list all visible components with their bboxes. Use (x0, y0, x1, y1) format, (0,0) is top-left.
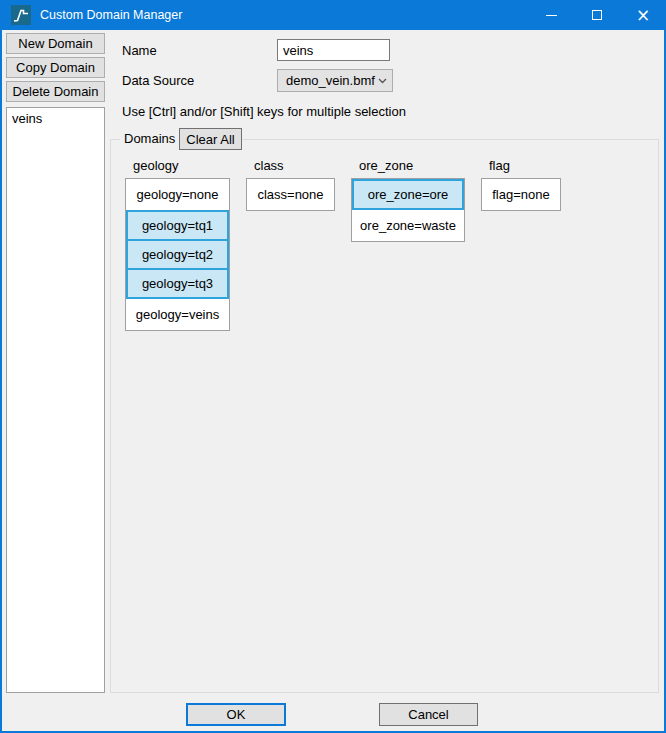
dialog-footer: OK Cancel (2, 693, 664, 731)
list-item[interactable]: flag=none (482, 179, 560, 210)
column-flag: flag flag=none (481, 158, 561, 331)
minimize-icon (546, 15, 557, 16)
list-item[interactable]: ore_zone=ore (352, 179, 464, 210)
column-geology: geology geology=none geology=tq1 geology… (125, 158, 230, 331)
minimize-button[interactable] (528, 0, 574, 30)
list-item[interactable]: geology=veins (126, 299, 229, 330)
name-row: Name (110, 39, 659, 61)
window-title: Custom Domain Manager (40, 8, 182, 22)
data-source-row: Data Source demo_vein.bmf (110, 69, 659, 91)
domains-group-header: Domains Clear All (120, 128, 242, 150)
ore-zone-value-list[interactable]: ore_zone=ore ore_zone=waste (351, 178, 465, 242)
window-controls: × (528, 0, 666, 30)
ok-button[interactable]: OK (186, 703, 286, 726)
dialog-body: New Domain Copy Domain Delete Domain vei… (2, 30, 664, 693)
main-panel: Name Data Source demo_vein.bmf Use [Ctrl… (106, 30, 664, 693)
domain-list[interactable]: veins (6, 107, 105, 693)
domain-columns: geology geology=none geology=tq1 geology… (111, 140, 658, 331)
column-ore-zone: ore_zone ore_zone=ore ore_zone=waste (351, 158, 465, 331)
copy-domain-button[interactable]: Copy Domain (6, 57, 105, 78)
column-class: class class=none (246, 158, 335, 331)
list-item[interactable]: geology=tq1 (126, 210, 229, 241)
close-icon: × (636, 7, 650, 24)
column-header-flag: flag (481, 158, 561, 173)
list-item[interactable]: geology=none (126, 179, 229, 210)
class-value-list[interactable]: class=none (246, 178, 335, 211)
app-polyline-icon (11, 5, 31, 25)
cancel-button[interactable]: Cancel (379, 703, 478, 726)
domain-list-item-veins[interactable]: veins (7, 108, 104, 128)
multi-select-hint: Use [Ctrl] and/or [Shift] keys for multi… (110, 104, 659, 119)
data-source-label: Data Source (122, 73, 277, 88)
list-item[interactable]: ore_zone=waste (352, 210, 464, 241)
maximize-icon (592, 10, 602, 20)
geology-value-list[interactable]: geology=none geology=tq1 geology=tq2 geo… (125, 178, 230, 331)
column-header-class: class (246, 158, 335, 173)
clear-all-button[interactable]: Clear All (179, 128, 241, 150)
delete-domain-button[interactable]: Delete Domain (6, 81, 105, 102)
flag-value-list[interactable]: flag=none (481, 178, 561, 211)
close-button[interactable]: × (620, 0, 666, 30)
column-header-geology: geology (125, 158, 230, 173)
list-item[interactable]: geology=tq3 (126, 268, 229, 299)
domains-group-label: Domains (120, 128, 179, 150)
titlebar[interactable]: Custom Domain Manager × (0, 0, 666, 30)
chevron-down-icon (378, 76, 387, 85)
domain-sidebar: New Domain Copy Domain Delete Domain vei… (2, 30, 106, 693)
data-source-value: demo_vein.bmf (286, 73, 375, 88)
maximize-button[interactable] (574, 0, 620, 30)
list-item[interactable]: geology=tq2 (126, 239, 229, 270)
column-header-ore-zone: ore_zone (351, 158, 465, 173)
name-input[interactable] (277, 39, 390, 61)
name-label: Name (122, 43, 277, 58)
domains-group-box: Domains Clear All geology geology=none g… (110, 139, 659, 693)
list-item[interactable]: class=none (247, 179, 334, 210)
data-source-dropdown[interactable]: demo_vein.bmf (277, 69, 393, 92)
custom-domain-manager-window: Custom Domain Manager × New Domain Copy … (0, 0, 666, 733)
new-domain-button[interactable]: New Domain (6, 33, 105, 54)
